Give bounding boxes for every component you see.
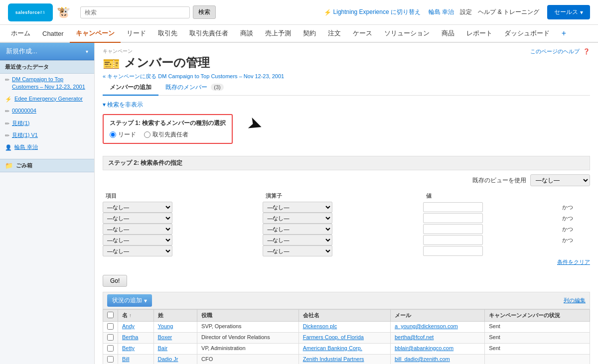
search-input[interactable]	[80, 6, 190, 18]
logo-area: salesforce 21 🐮	[8, 3, 70, 21]
nav-chatter[interactable]: Chatter	[36, 26, 70, 42]
tab-existing-member[interactable]: 既存のメンバー (3)	[158, 80, 231, 96]
company-cell[interactable]: Farmers Coop. of Florida	[299, 333, 390, 344]
criteria-row: —なし— —なし— かつ	[103, 202, 590, 213]
radio-lead-input[interactable]	[110, 131, 116, 138]
field-select-4[interactable]: —なし—	[103, 245, 172, 256]
nav-forecast[interactable]: 売上予測	[259, 25, 297, 43]
kaku-text-0: かつ	[562, 204, 573, 210]
email-cell[interactable]: bill_dadio@zenith.com	[390, 355, 484, 364]
go-button[interactable]: Go!	[103, 275, 127, 287]
email-cell[interactable]: a_young@dickenson.com	[390, 322, 484, 333]
sidebar-item-dm-campaign[interactable]: ✏ DM Campaign to Top Customers – Nov 12-…	[0, 74, 94, 93]
lightning-icon: ⚡	[324, 9, 331, 16]
col-title: 役職	[197, 310, 299, 322]
radio-contact[interactable]: 取引先責任者	[144, 130, 188, 139]
last-name-cell[interactable]: Boxer	[153, 333, 197, 344]
op-select-2[interactable]: —なし—	[263, 224, 332, 235]
clear-criteria-link[interactable]: 条件をクリア	[103, 258, 590, 266]
page-help-link[interactable]: このページのヘルプ	[530, 48, 580, 54]
sidebar-item-mitsumori1[interactable]: ✏ 見積(1)	[0, 118, 94, 129]
title-section: キャンペーン 🎫 メンバーの管理 « キャンペーンに戻る DM Campaign…	[103, 48, 284, 80]
sidebar-item-00000004[interactable]: ✏ 00000004	[0, 105, 94, 117]
nav-dashboard[interactable]: ダッシュボード	[498, 25, 556, 43]
breadcrumb: キャンペーン	[103, 48, 284, 55]
value-input-4[interactable]	[423, 246, 483, 256]
company-cell[interactable]: Dickenson plc	[299, 322, 390, 333]
row-checkbox-3[interactable]	[107, 356, 114, 363]
top-right: ⚡ Lightning Experience に切り替え 輪島 幸治 設定 ヘル…	[324, 5, 590, 19]
nav-product[interactable]: 商品	[436, 25, 460, 43]
last-name-cell[interactable]: Young	[153, 322, 197, 333]
nav-report[interactable]: レポート	[460, 25, 498, 43]
radio-lead[interactable]: リード	[110, 130, 136, 139]
col-field: 項目	[103, 190, 263, 202]
status-add-button[interactable]: 状況の追加 ▾	[107, 294, 152, 307]
first-name-cell[interactable]: Betty	[118, 344, 154, 355]
nav-order[interactable]: 注文	[322, 25, 347, 43]
use-view-label: 既存のビューを使用	[472, 176, 526, 185]
search-toggle[interactable]: ▾ 検索を非表示	[103, 101, 590, 109]
op-select-3[interactable]: —なし—	[263, 235, 332, 245]
field-select-3[interactable]: —なし—	[103, 235, 172, 245]
company-cell[interactable]: American Banking Corp.	[299, 344, 390, 355]
nav-opportunity[interactable]: 商談	[234, 25, 259, 43]
row-checkbox-0[interactable]	[107, 323, 114, 330]
results-toolbar: 状況の追加 ▾ 列の編集	[103, 292, 590, 309]
help-link[interactable]: ヘルプ & トレーニング	[478, 8, 539, 16]
value-input-2[interactable]	[423, 224, 483, 234]
email-cell[interactable]: bertha@fcof.net	[390, 333, 484, 344]
tab-add-member[interactable]: メンバーの追加	[103, 80, 158, 96]
nav-contract[interactable]: 契約	[297, 25, 322, 43]
col-checkbox	[103, 310, 118, 322]
sidebar: 新規作成... ▾ 最近使ったデータ ✏ DM Campaign to Top …	[0, 43, 95, 364]
first-name-cell[interactable]: Andy	[118, 322, 154, 333]
step1-outer: ステップ 1: 検索するメンバーの種別の選択 リード 取引先責任者 ➤	[103, 114, 590, 149]
value-input-3[interactable]	[423, 235, 483, 245]
back-link[interactable]: « キャンペーンに戻る DM Campaign to Top Customers…	[103, 73, 284, 79]
nav-home[interactable]: ホーム	[5, 25, 36, 43]
field-select-2[interactable]: —なし—	[103, 224, 172, 235]
sidebar-item-edee[interactable]: ⚡ Edee Emergency Generator	[0, 93, 94, 105]
user-name[interactable]: 輪島 幸治	[429, 8, 454, 16]
email-cell[interactable]: bblair@abankingco.com	[390, 344, 484, 355]
row-checkbox-2[interactable]	[107, 345, 114, 352]
last-name-cell[interactable]: Bair	[153, 344, 197, 355]
last-name-cell[interactable]: Dadio Jr	[153, 355, 197, 364]
search-button[interactable]: 検索	[193, 5, 216, 19]
help-area: このページのヘルプ ❓	[530, 48, 590, 55]
tabs-row: メンバーの追加 既存のメンバー (3)	[103, 80, 590, 96]
nav-lead[interactable]: リード	[121, 25, 152, 43]
nav-plus[interactable]: +	[556, 25, 572, 43]
settings-link[interactable]: 設定	[460, 8, 472, 16]
use-view-select[interactable]: —なし—	[530, 174, 590, 186]
sidebar-item-user[interactable]: 👤 輪島 幸治	[0, 141, 94, 153]
col-op: 演算子	[263, 190, 423, 202]
row-checkbox-1[interactable]	[107, 334, 114, 341]
first-name-cell[interactable]: Bill	[118, 355, 154, 364]
first-name-cell[interactable]: Bertha	[118, 333, 154, 344]
select-all-checkbox[interactable]	[107, 312, 114, 318]
edit-columns-link[interactable]: 列の編集	[564, 297, 586, 304]
new-button[interactable]: 新規作成... ▾	[0, 43, 94, 60]
nav-campaign[interactable]: キャンペーン	[70, 25, 121, 43]
op-select-4[interactable]: —なし—	[263, 245, 332, 256]
content-area: キャンペーン 🎫 メンバーの管理 « キャンペーンに戻る DM Campaign…	[95, 43, 598, 364]
value-input-0[interactable]	[423, 202, 483, 212]
op-select-1[interactable]: —なし—	[263, 213, 332, 224]
nav-account[interactable]: 取引先	[152, 25, 183, 43]
pencil-icon-3: ✏	[5, 120, 9, 127]
nav-case[interactable]: ケース	[347, 25, 378, 43]
nav-solution[interactable]: ソリューション	[378, 25, 436, 43]
field-select-1[interactable]: —なし—	[103, 213, 172, 224]
radio-contact-input[interactable]	[144, 131, 150, 138]
lightning-switch[interactable]: ⚡ Lightning Experience に切り替え	[324, 8, 421, 16]
company-cell[interactable]: Zenith Industrial Partners	[299, 355, 390, 364]
sales-button[interactable]: セールス ▾	[547, 5, 590, 19]
field-select-0[interactable]: —なし—	[103, 202, 172, 213]
value-input-1[interactable]	[423, 213, 483, 223]
op-select-0[interactable]: —なし—	[263, 202, 332, 213]
arrow-pointer-icon: ➤	[245, 112, 266, 137]
sidebar-item-mitsumori1v1[interactable]: ✏ 見積(1) V1	[0, 129, 94, 141]
nav-contact[interactable]: 取引先責任者	[183, 25, 234, 43]
